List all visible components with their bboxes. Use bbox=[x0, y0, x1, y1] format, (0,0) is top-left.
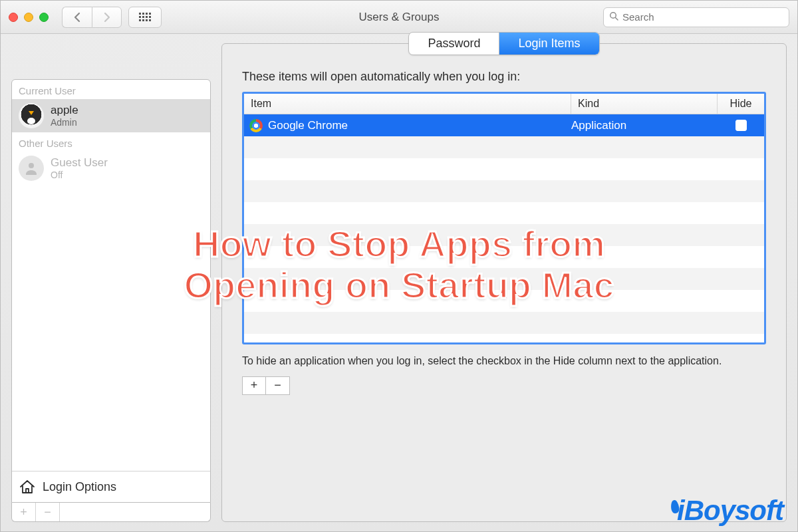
table-header: Item Kind Hide bbox=[244, 94, 764, 114]
col-item[interactable]: Item bbox=[244, 94, 571, 114]
remove-user-button[interactable]: − bbox=[36, 503, 60, 521]
watermark-text: iBoysoft bbox=[677, 495, 783, 527]
sidebar-add-remove: + − bbox=[11, 503, 211, 522]
user-role: Off bbox=[51, 170, 108, 180]
window-body: Current User apple Admin Other Users Gue… bbox=[1, 34, 797, 531]
table-row-empty bbox=[244, 202, 764, 224]
minimize-window-button[interactable] bbox=[24, 13, 33, 22]
chrome-app-icon bbox=[249, 119, 263, 132]
nav-buttons bbox=[62, 7, 122, 28]
table-row-empty bbox=[244, 180, 764, 202]
col-kind[interactable]: Kind bbox=[571, 94, 718, 114]
user-info: apple Admin bbox=[51, 104, 78, 128]
login-items-table: Item Kind Hide Google Chrome Application bbox=[242, 92, 766, 344]
main-panel: Password Login Items These items will op… bbox=[221, 43, 787, 522]
window-title: Users & Groups bbox=[359, 11, 440, 24]
guest-avatar-icon bbox=[19, 156, 44, 181]
table-row-empty bbox=[244, 290, 764, 312]
titlebar: Users & Groups bbox=[1, 1, 797, 34]
table-body: Google Chrome Application bbox=[244, 114, 764, 342]
user-role: Admin bbox=[51, 117, 78, 128]
hint-text: To hide an application when you log in, … bbox=[242, 354, 766, 368]
back-button[interactable] bbox=[62, 7, 92, 28]
login-options-label: Login Options bbox=[43, 480, 116, 494]
traffic-lights bbox=[9, 13, 49, 22]
table-row[interactable]: Google Chrome Application bbox=[244, 114, 764, 136]
user-row-current[interactable]: apple Admin bbox=[12, 99, 210, 132]
forward-button[interactable] bbox=[92, 7, 122, 28]
search-icon bbox=[609, 11, 618, 23]
login-items-heading: These items will open automatically when… bbox=[242, 70, 766, 84]
table-row-empty bbox=[244, 268, 764, 290]
item-kind: Application bbox=[571, 119, 718, 132]
zoom-window-button[interactable] bbox=[39, 13, 49, 22]
users-list: Current User apple Admin Other Users Gue… bbox=[11, 79, 211, 503]
table-row-empty bbox=[244, 246, 764, 268]
user-name: apple bbox=[51, 104, 78, 117]
current-user-label: Current User bbox=[12, 80, 210, 99]
house-icon bbox=[19, 478, 36, 495]
tab-login-items[interactable]: Login Items bbox=[499, 33, 598, 55]
users-sidebar: Current User apple Admin Other Users Gue… bbox=[11, 79, 211, 522]
add-login-item-button[interactable]: + bbox=[242, 376, 266, 395]
table-row-empty bbox=[244, 224, 764, 246]
hide-checkbox[interactable] bbox=[735, 120, 747, 131]
close-window-button[interactable] bbox=[9, 13, 18, 22]
search-input[interactable] bbox=[622, 11, 783, 23]
table-row-empty bbox=[244, 158, 764, 180]
search-field[interactable] bbox=[603, 7, 789, 27]
remove-login-item-button[interactable]: − bbox=[266, 376, 290, 395]
chevron-right-icon bbox=[103, 12, 111, 23]
watermark-logo: iBoysoft bbox=[671, 495, 783, 527]
table-row-empty bbox=[244, 136, 764, 158]
login-items-add-remove: + − bbox=[242, 376, 766, 395]
user-row-guest[interactable]: Guest User Off bbox=[12, 152, 210, 185]
svg-point-2 bbox=[29, 163, 34, 168]
tab-bar: Password Login Items bbox=[408, 32, 599, 55]
user-info: Guest User Off bbox=[51, 156, 108, 180]
login-options-button[interactable]: Login Options bbox=[12, 471, 210, 502]
chevron-left-icon bbox=[73, 12, 81, 23]
preferences-window: Users & Groups Current User apple Admin … bbox=[0, 0, 798, 532]
svg-line-1 bbox=[616, 18, 618, 21]
other-users-label: Other Users bbox=[12, 132, 210, 152]
user-name: Guest User bbox=[51, 156, 108, 170]
avatar-icon bbox=[19, 103, 44, 128]
item-name: Google Chrome bbox=[268, 119, 348, 132]
show-all-button[interactable] bbox=[128, 7, 162, 28]
table-row-empty bbox=[244, 312, 764, 334]
col-hide[interactable]: Hide bbox=[718, 94, 764, 114]
tab-password[interactable]: Password bbox=[409, 33, 499, 55]
grid-icon bbox=[139, 13, 151, 21]
add-user-button[interactable]: + bbox=[12, 503, 36, 521]
